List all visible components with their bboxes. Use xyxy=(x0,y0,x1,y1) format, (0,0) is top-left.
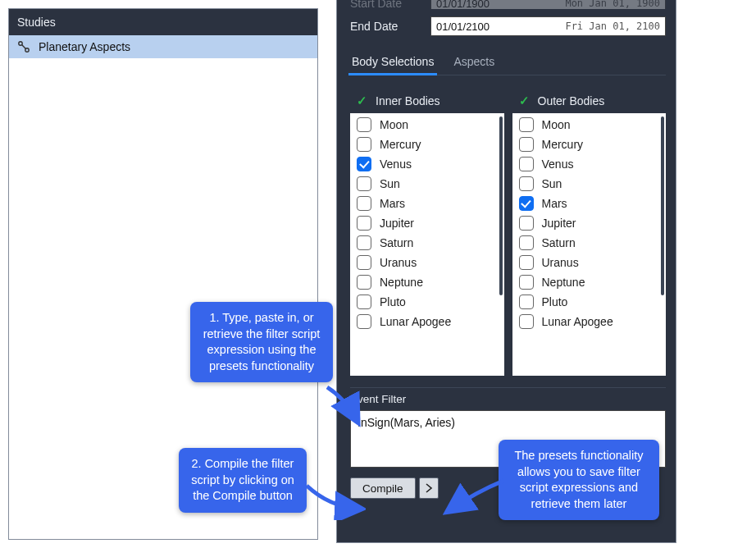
checkbox[interactable] xyxy=(357,314,371,329)
outer-body-item[interactable]: Saturn xyxy=(512,233,667,253)
body-item-label: Venus xyxy=(542,158,574,171)
inner-body-item[interactable]: Mercury xyxy=(350,135,504,154)
checkbox[interactable] xyxy=(357,275,371,290)
check-icon: ✓ xyxy=(519,94,530,108)
outer-body-item[interactable]: Mars xyxy=(512,194,667,213)
body-item-label: Lunar Apogee xyxy=(542,315,613,328)
checkbox[interactable] xyxy=(357,117,371,132)
checkbox[interactable] xyxy=(519,117,534,132)
scrollbar[interactable] xyxy=(499,116,503,372)
start-date-label: Start Date xyxy=(350,0,421,9)
body-item-label: Mars xyxy=(380,197,405,210)
outer-body-item[interactable]: Mercury xyxy=(512,135,667,154)
studies-header: Studies xyxy=(9,9,317,35)
body-item-label: Lunar Apogee xyxy=(380,315,451,328)
outer-body-item[interactable]: Sun xyxy=(512,174,667,194)
inner-bodies-list: MoonMercuryVenusSunMarsJupiterSaturnUran… xyxy=(350,113,504,376)
inner-body-item[interactable]: Neptune xyxy=(350,272,504,292)
inner-body-item[interactable]: Jupiter xyxy=(350,213,504,233)
body-item-label: Pluto xyxy=(542,295,568,308)
end-date-label: End Date xyxy=(350,20,421,33)
body-item-label: Pluto xyxy=(380,295,406,308)
checkbox[interactable] xyxy=(519,295,534,309)
outer-body-item[interactable]: Uranus xyxy=(512,253,667,272)
checkbox[interactable] xyxy=(519,235,534,250)
inner-bodies-title: Inner Bodies xyxy=(376,94,440,107)
scrollbar[interactable] xyxy=(661,116,664,372)
tabs: Body Selections Aspects xyxy=(350,50,666,75)
tab-body-selections[interactable]: Body Selections xyxy=(350,50,435,75)
body-columns: ✓ Inner Bodies MoonMercuryVenusSunMarsJu… xyxy=(350,89,666,376)
body-item-label: Neptune xyxy=(380,276,423,289)
compile-button[interactable]: Compile xyxy=(350,477,416,499)
inner-body-item[interactable]: Pluto xyxy=(350,292,504,312)
body-item-label: Sun xyxy=(380,177,400,190)
outer-body-item[interactable]: Venus xyxy=(512,154,667,174)
body-item-label: Mercury xyxy=(542,138,584,151)
body-item-label: Saturn xyxy=(380,236,413,249)
checkbox[interactable] xyxy=(357,216,371,231)
checkbox[interactable] xyxy=(357,137,371,152)
checkbox[interactable] xyxy=(357,295,371,309)
body-item-label: Sun xyxy=(542,177,562,190)
checkbox[interactable] xyxy=(519,275,534,290)
app-frame: Studies Planetary Aspects Start Date 01/… xyxy=(0,0,756,548)
checkbox[interactable] xyxy=(357,196,371,211)
outer-body-item[interactable]: Moon xyxy=(512,115,667,135)
inner-body-item[interactable]: Mars xyxy=(350,194,504,213)
event-filter-label: Event Filter xyxy=(350,393,666,405)
start-date-row: Start Date 01/01/1900 Mon Jan 01, 1900 xyxy=(350,0,666,9)
inner-body-item[interactable]: Saturn xyxy=(350,233,504,253)
tab-aspects[interactable]: Aspects xyxy=(452,50,496,75)
outer-bodies-list: MoonMercuryVenusSunMarsJupiterSaturnUran… xyxy=(512,113,667,376)
study-row-planetary-aspects[interactable]: Planetary Aspects xyxy=(9,35,317,58)
checkbox[interactable] xyxy=(519,137,534,152)
svg-line-2 xyxy=(22,45,26,49)
body-item-label: Uranus xyxy=(380,256,417,269)
checkbox[interactable] xyxy=(357,176,371,191)
callout-1: 1. Type, paste in, or retrieve the filte… xyxy=(190,302,333,382)
inner-body-item[interactable]: Uranus xyxy=(350,253,504,272)
checkbox[interactable] xyxy=(519,314,534,329)
start-date-input[interactable]: 01/01/1900 Mon Jan 01, 1900 xyxy=(430,0,666,9)
chevron-right-icon xyxy=(425,483,433,493)
inner-body-item[interactable]: Venus xyxy=(350,154,504,174)
end-date-value: 01/01/2100 xyxy=(436,21,490,33)
body-item-label: Saturn xyxy=(542,236,576,249)
callout-3: The presets functionality allows you to … xyxy=(499,440,659,520)
start-date-value: 01/01/1900 xyxy=(436,0,490,9)
checkbox[interactable] xyxy=(519,216,534,231)
callout-2: 2. Compile the filter script by clicking… xyxy=(179,448,307,513)
outer-body-item[interactable]: Neptune xyxy=(512,272,667,292)
inner-body-item[interactable]: Lunar Apogee xyxy=(350,312,504,331)
outer-body-item[interactable]: Pluto xyxy=(512,292,667,312)
start-date-day: Mon Jan 01, 1900 xyxy=(565,0,660,9)
outer-bodies-header[interactable]: ✓ Outer Bodies xyxy=(512,89,667,113)
aspects-icon xyxy=(17,40,30,53)
inner-bodies-column: ✓ Inner Bodies MoonMercuryVenusSunMarsJu… xyxy=(350,89,504,376)
inner-body-item[interactable]: Sun xyxy=(350,174,504,194)
outer-body-item[interactable]: Lunar Apogee xyxy=(512,312,667,331)
checkbox[interactable] xyxy=(519,255,534,270)
checkbox[interactable] xyxy=(357,255,371,270)
outer-bodies-column: ✓ Outer Bodies MoonMercuryVenusSunMarsJu… xyxy=(512,89,667,376)
outer-bodies-title: Outer Bodies xyxy=(538,94,605,107)
checkbox[interactable] xyxy=(357,157,371,171)
outer-body-item[interactable]: Jupiter xyxy=(512,213,667,233)
checkbox[interactable] xyxy=(357,235,371,250)
body-item-label: Mercury xyxy=(380,138,421,151)
check-icon: ✓ xyxy=(357,94,367,108)
checkbox[interactable] xyxy=(519,176,534,191)
checkbox[interactable] xyxy=(519,196,534,211)
body-item-label: Jupiter xyxy=(542,217,576,230)
body-item-label: Uranus xyxy=(542,256,579,269)
presets-dropdown-button[interactable] xyxy=(419,477,439,499)
svg-point-1 xyxy=(25,48,29,52)
checkbox[interactable] xyxy=(519,157,534,171)
end-date-input[interactable]: 01/01/2100 Fri Jan 01, 2100 xyxy=(430,16,666,36)
body-item-label: Moon xyxy=(542,118,571,131)
inner-body-item[interactable]: Moon xyxy=(350,115,504,135)
inner-bodies-header[interactable]: ✓ Inner Bodies xyxy=(350,89,504,113)
body-item-label: Neptune xyxy=(542,276,585,289)
body-item-label: Jupiter xyxy=(380,217,414,230)
